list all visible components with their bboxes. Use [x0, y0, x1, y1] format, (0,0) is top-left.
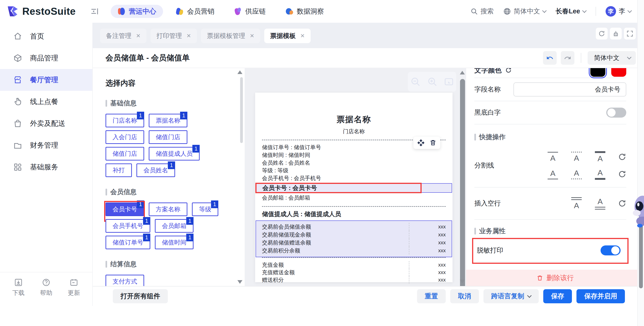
- chip-store-name[interactable]: 门店名称1: [106, 114, 144, 127]
- zoom-out-icon[interactable]: [410, 76, 421, 87]
- nav-operations-center[interactable]: 营运中心: [111, 5, 163, 18]
- reset-icon[interactable]: [618, 153, 626, 161]
- tenant-switcher[interactable]: 长春Lee: [556, 7, 586, 16]
- chip-member-phone[interactable]: 会员手机号1: [106, 219, 150, 233]
- blank-line-below-icon[interactable]: [594, 197, 606, 209]
- preview-scrollbar[interactable]: [459, 69, 465, 285]
- blank-line-above-icon[interactable]: [571, 197, 582, 209]
- delete-row-button[interactable]: 删除该行: [466, 270, 644, 286]
- scroll-down-icon[interactable]: [460, 280, 465, 283]
- sidebar-item-restaurant[interactable]: 餐厅管理: [0, 69, 92, 91]
- close-icon[interactable]: [250, 33, 254, 39]
- sidebar-item-basic-services[interactable]: 基础服务: [0, 156, 92, 178]
- receipt-line[interactable]: 储值时间 : 储值时间: [262, 151, 446, 159]
- fullscreen-button[interactable]: [624, 28, 636, 39]
- chip-level[interactable]: 等级1: [192, 202, 218, 216]
- scroll-up-icon[interactable]: [460, 71, 465, 74]
- user-menu[interactable]: 李 李: [606, 6, 631, 16]
- scroll-up-icon[interactable]: [238, 70, 242, 74]
- window-scrollbar[interactable]: [637, 0, 644, 326]
- help-button[interactable]: 帮助: [40, 278, 52, 306]
- sidebar-item-online-ordering[interactable]: 线上点餐: [0, 91, 92, 113]
- line-below-solid-icon[interactable]: [547, 169, 558, 179]
- chip-commission-staff[interactable]: 储值提成人员1: [149, 147, 200, 161]
- sidebar-item-delivery[interactable]: 外卖及配送: [0, 113, 92, 134]
- chip-order-number[interactable]: 储值订单号1: [106, 236, 150, 249]
- highlighted-amount-block[interactable]: 交易前会员储值余额xxx 交易前储值现金余额xxx 交易前储值赠送余额xxx 交…: [256, 220, 452, 257]
- close-icon[interactable]: [136, 33, 140, 39]
- line-below-dotted-icon[interactable]: [571, 169, 582, 179]
- save-and-enable-button[interactable]: 保存并启用: [576, 289, 625, 303]
- cross-language-copy-button[interactable]: 跨语言复制: [484, 289, 539, 303]
- receipt-store-name[interactable]: 门店名称: [262, 128, 446, 135]
- close-icon[interactable]: [186, 33, 191, 39]
- zoom-in-icon[interactable]: [427, 76, 438, 87]
- download-button[interactable]: 下载: [12, 278, 24, 306]
- fit-screen-icon[interactable]: [444, 77, 454, 87]
- receipt-paper[interactable]: 票据名称 门店名称 储值订单号 : 储值订单号 储值时间 : 储值时间 会员姓名…: [255, 93, 452, 286]
- chip-payment-method[interactable]: 支付方式: [106, 275, 144, 286]
- cancel-button[interactable]: 取消: [450, 289, 479, 303]
- line-above-thick-icon[interactable]: [594, 151, 606, 163]
- receipt-line[interactable]: 会员手机号 : 会员手机号: [262, 174, 446, 182]
- trash-icon[interactable]: [429, 139, 436, 146]
- global-search[interactable]: 搜索: [470, 7, 494, 16]
- chip-member-name[interactable]: 会员姓名1: [136, 163, 175, 177]
- nav-member-marketing[interactable]: 会员营销: [169, 5, 221, 18]
- reset-button[interactable]: 重置: [417, 289, 446, 303]
- line-above-dotted-icon[interactable]: [571, 152, 582, 162]
- assistant-mascot[interactable]: [631, 193, 644, 229]
- reset-icon[interactable]: [618, 170, 626, 178]
- chip-receipt-name[interactable]: 票据名称1: [149, 114, 188, 127]
- line-above-solid-icon[interactable]: [547, 152, 558, 162]
- close-icon[interactable]: [300, 33, 305, 39]
- sidebar-item-home[interactable]: 首页: [0, 25, 92, 47]
- save-button[interactable]: 保存: [543, 289, 572, 303]
- chip-member-email[interactable]: 会员邮箱1: [155, 219, 194, 233]
- tab-print-management[interactable]: 打印管理: [150, 29, 197, 43]
- receipt-line[interactable]: 等级 : 等级: [262, 167, 446, 174]
- receipt-value-row[interactable]: 充值金额xxx: [262, 261, 446, 269]
- tab-receipt-template-management[interactable]: 票据模板管理: [201, 29, 260, 43]
- reset-icon[interactable]: [505, 68, 512, 73]
- field-name-input[interactable]: [514, 82, 626, 97]
- chip-stored-value-store[interactable]: 储值门店: [149, 130, 188, 144]
- receipt-value-row[interactable]: 充值赠送金额xxx: [262, 269, 446, 276]
- refresh-button[interactable]: [596, 28, 608, 39]
- chip-reprint[interactable]: 补打: [106, 163, 132, 177]
- language-switcher[interactable]: 简体中文: [503, 7, 546, 16]
- black-bg-white-text-toggle[interactable]: [606, 108, 626, 118]
- nav-data-insight[interactable]: 数据洞察: [278, 5, 331, 18]
- nav-supply-chain[interactable]: 供应链: [227, 5, 273, 18]
- chip-stored-value-store-2[interactable]: 储值门店: [106, 147, 144, 161]
- chip-plan-name[interactable]: 方案名称: [149, 202, 188, 216]
- selected-receipt-row-member-card[interactable]: 会员卡号 : 会员卡号: [256, 183, 452, 193]
- sidebar-collapse-icon[interactable]: [90, 6, 100, 16]
- tab-receipt-template[interactable]: 票据模板: [264, 29, 311, 43]
- receipt-title[interactable]: 票据名称: [262, 114, 446, 125]
- scrollbar-thumb[interactable]: [240, 77, 243, 143]
- redo-button[interactable]: [561, 51, 574, 65]
- color-swatch-red[interactable]: [611, 68, 626, 77]
- sidebar-item-finance[interactable]: 财务管理: [0, 134, 92, 156]
- receipt-line-bold[interactable]: 储值提成人员 : 储值提成人员: [262, 210, 446, 218]
- brand-logo[interactable]: RestoSuite: [7, 5, 76, 17]
- chip-stored-time[interactable]: 储值时间1: [155, 236, 194, 249]
- update-button[interactable]: 更新: [68, 278, 80, 306]
- move-icon[interactable]: [417, 139, 425, 147]
- chip-member-card-number[interactable]: 会员卡号1: [106, 202, 144, 216]
- scrollbar-thumb[interactable]: [460, 79, 465, 286]
- receipt-line[interactable]: 会员邮箱 : 会员邮箱: [262, 194, 446, 202]
- undo-button[interactable]: [543, 51, 557, 65]
- desensitize-toggle[interactable]: [600, 245, 620, 255]
- reset-icon[interactable]: [618, 199, 626, 207]
- template-language-select[interactable]: 简体中文: [588, 51, 636, 65]
- chip-join-store[interactable]: 入会门店: [106, 130, 144, 144]
- open-all-components-button[interactable]: 打开所有组件: [113, 289, 168, 303]
- receipt-value-row[interactable]: 赠送积分xxx: [262, 276, 446, 284]
- color-swatch-black[interactable]: [590, 68, 605, 77]
- sidebar-item-products[interactable]: 商品管理: [0, 47, 92, 69]
- line-below-thick-icon[interactable]: [594, 168, 606, 180]
- left-panel-scrollbar[interactable]: [240, 69, 244, 285]
- clear-cache-button[interactable]: [610, 28, 622, 39]
